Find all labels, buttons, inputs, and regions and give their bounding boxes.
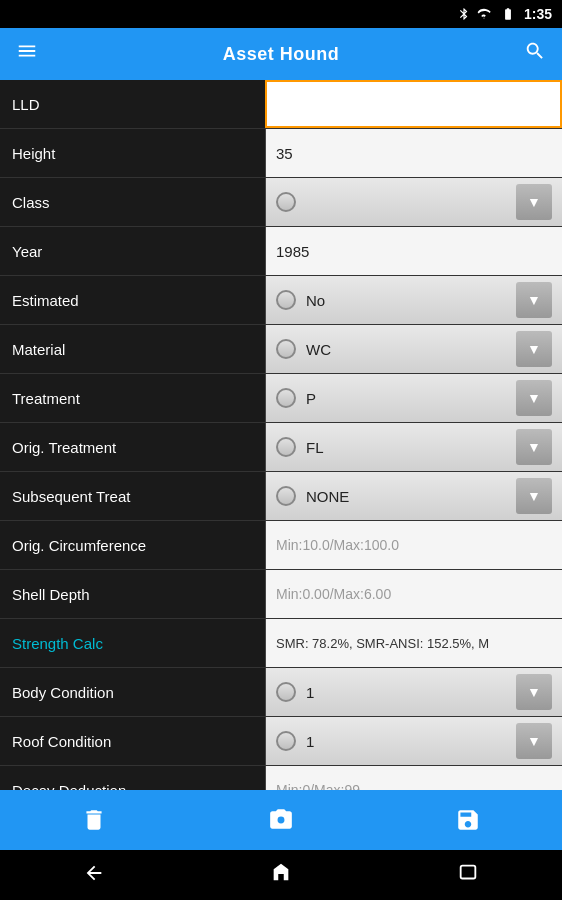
height-label: Height [0, 135, 265, 172]
orig-circumference-value[interactable]: Min:10.0/Max:100.0 [265, 521, 562, 569]
strength-calc-text: SMR: 78.2%, SMR-ANSI: 152.5%, M [276, 636, 489, 651]
estimated-arrow[interactable]: ▼ [516, 282, 552, 318]
form-content: LLD Height 35 Class ▼ Year 1985 Estimate… [0, 80, 562, 790]
orig-treatment-label: Orig. Treatment [0, 429, 265, 466]
class-label: Class [0, 184, 265, 221]
svg-rect-0 [461, 865, 476, 878]
roof-condition-dropdown[interactable]: 1 ▼ [265, 717, 562, 765]
class-radio [276, 192, 296, 212]
orig-treatment-radio [276, 437, 296, 457]
lld-label: LLD [0, 86, 265, 123]
treatment-dropdown[interactable]: P ▼ [265, 374, 562, 422]
strength-calc-row: Strength Calc SMR: 78.2%, SMR-ANSI: 152.… [0, 619, 562, 668]
shell-depth-row: Shell Depth Min:0.00/Max:6.00 [0, 570, 562, 619]
lld-input[interactable] [277, 96, 550, 113]
lld-input-wrapper[interactable] [265, 80, 562, 128]
orig-treatment-dropdown[interactable]: FL ▼ [265, 423, 562, 471]
shell-depth-value[interactable]: Min:0.00/Max:6.00 [265, 570, 562, 618]
material-radio [276, 339, 296, 359]
material-label: Material [0, 331, 265, 368]
body-condition-radio [276, 682, 296, 702]
class-arrow[interactable]: ▼ [516, 184, 552, 220]
material-dropdown[interactable]: WC ▼ [265, 325, 562, 373]
subsequent-treat-label: Subsequent Treat [0, 478, 265, 515]
roof-condition-dd-text: 1 [306, 733, 512, 750]
orig-treatment-dd-text: FL [306, 439, 512, 456]
status-bar: 1:35 [0, 0, 562, 28]
strength-calc-value[interactable]: SMR: 78.2%, SMR-ANSI: 152.5%, M [265, 619, 562, 667]
treatment-row: Treatment P ▼ [0, 374, 562, 423]
material-arrow[interactable]: ▼ [516, 331, 552, 367]
material-dd-text: WC [306, 341, 512, 358]
estimated-dropdown[interactable]: No ▼ [265, 276, 562, 324]
orig-treatment-arrow[interactable]: ▼ [516, 429, 552, 465]
decay-deduction-row: Decay Deduction Min:0/Max:99 [0, 766, 562, 790]
estimated-label: Estimated [0, 282, 265, 319]
battery-icon [497, 7, 519, 21]
body-condition-dd-text: 1 [306, 684, 512, 701]
camera-button[interactable] [256, 795, 306, 845]
recents-button[interactable] [437, 854, 499, 897]
estimated-dd-text: No [306, 292, 512, 309]
orig-circumference-label: Orig. Circumference [0, 527, 265, 564]
bluetooth-icon [457, 7, 471, 21]
nav-bar [0, 850, 562, 900]
shell-depth-text: Min:0.00/Max:6.00 [276, 586, 391, 602]
delete-button[interactable] [69, 795, 119, 845]
year-row: Year 1985 [0, 227, 562, 276]
treatment-dd-text: P [306, 390, 512, 407]
back-button[interactable] [63, 854, 125, 897]
height-value[interactable]: 35 [265, 129, 562, 177]
decay-deduction-label: Decay Deduction [0, 772, 265, 791]
app-title: Asset Hound [44, 44, 518, 65]
body-condition-row: Body Condition 1 ▼ [0, 668, 562, 717]
orig-circumference-row: Orig. Circumference Min:10.0/Max:100.0 [0, 521, 562, 570]
body-condition-arrow[interactable]: ▼ [516, 674, 552, 710]
subsequent-treat-radio [276, 486, 296, 506]
decay-deduction-text: Min:0/Max:99 [276, 782, 360, 790]
decay-deduction-value[interactable]: Min:0/Max:99 [265, 766, 562, 790]
year-text: 1985 [276, 243, 309, 260]
lld-row: LLD [0, 80, 562, 129]
roof-condition-row: Roof Condition 1 ▼ [0, 717, 562, 766]
save-button[interactable] [443, 795, 493, 845]
roof-condition-arrow[interactable]: ▼ [516, 723, 552, 759]
wifi-icon [476, 7, 492, 21]
estimated-row: Estimated No ▼ [0, 276, 562, 325]
search-icon[interactable] [518, 34, 552, 74]
menu-icon[interactable] [10, 34, 44, 74]
subsequent-treat-dropdown[interactable]: NONE ▼ [265, 472, 562, 520]
class-row: Class ▼ [0, 178, 562, 227]
year-label: Year [0, 233, 265, 270]
orig-treatment-row: Orig. Treatment FL ▼ [0, 423, 562, 472]
time-display: 1:35 [524, 6, 552, 22]
body-condition-dropdown[interactable]: 1 ▼ [265, 668, 562, 716]
material-row: Material WC ▼ [0, 325, 562, 374]
treatment-radio [276, 388, 296, 408]
treatment-label: Treatment [0, 380, 265, 417]
height-text: 35 [276, 145, 293, 162]
status-bar-right: 1:35 [457, 6, 552, 22]
app-bar: Asset Hound [0, 28, 562, 80]
subsequent-treat-row: Subsequent Treat NONE ▼ [0, 472, 562, 521]
home-button[interactable] [250, 854, 312, 897]
body-condition-label: Body Condition [0, 674, 265, 711]
subsequent-treat-dd-text: NONE [306, 488, 512, 505]
subsequent-treat-arrow[interactable]: ▼ [516, 478, 552, 514]
year-value[interactable]: 1985 [265, 227, 562, 275]
height-row: Height 35 [0, 129, 562, 178]
roof-condition-radio [276, 731, 296, 751]
bottom-toolbar [0, 790, 562, 850]
roof-condition-label: Roof Condition [0, 723, 265, 760]
class-dropdown[interactable]: ▼ [265, 178, 562, 226]
shell-depth-label: Shell Depth [0, 576, 265, 613]
orig-circumference-text: Min:10.0/Max:100.0 [276, 537, 399, 553]
treatment-arrow[interactable]: ▼ [516, 380, 552, 416]
strength-calc-label: Strength Calc [0, 625, 265, 662]
estimated-radio [276, 290, 296, 310]
